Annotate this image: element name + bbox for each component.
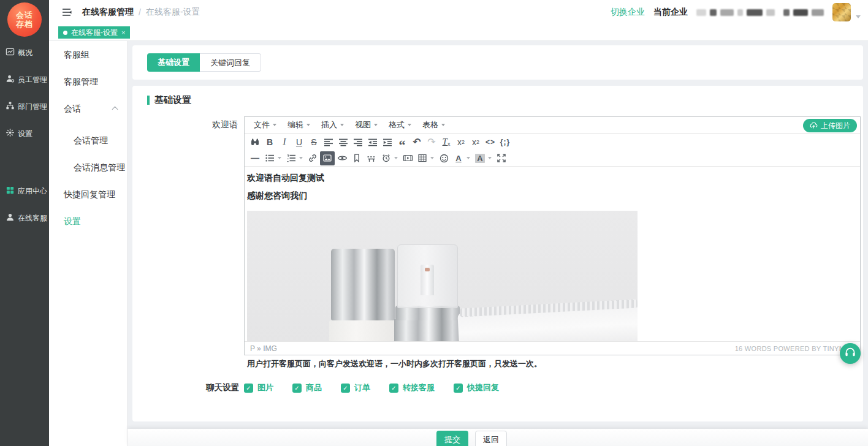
superscript-2: 2 (476, 139, 479, 145)
logo-line1: 会话 (16, 10, 33, 20)
caret-down-icon[interactable] (430, 157, 434, 159)
tab-keyword-reply[interactable]: 关键词回复 (200, 53, 261, 72)
checkbox-product[interactable]: ✓ 商品 (292, 382, 322, 393)
page-break-icon[interactable] (364, 151, 379, 165)
submenu-item-quick-reply-management[interactable]: 快捷回复管理 (49, 181, 127, 208)
sidebar-item-online-service[interactable]: 在线客服 (0, 205, 49, 232)
checkbox-quick-reply[interactable]: ✓ 快捷回复 (454, 382, 499, 393)
checkbox-checked-icon[interactable]: ✓ (389, 384, 398, 393)
cosmetics-product-image[interactable] (247, 211, 638, 342)
menu-label: 视图 (355, 119, 371, 130)
insert-media-icon[interactable] (400, 151, 415, 165)
element-path[interactable]: P » IMG (250, 344, 277, 353)
superscript-icon[interactable]: x2 (468, 135, 483, 149)
menu-format[interactable]: 格式 (383, 117, 417, 133)
anchor-bookmark-icon[interactable] (349, 151, 364, 165)
editor-content[interactable]: 欢迎语自动回复测试 感谢您咨询我们 (245, 167, 860, 342)
sidebar-item-app-center[interactable]: 应用中心 (0, 178, 49, 205)
preview-icon[interactable] (335, 151, 349, 165)
checkbox-order[interactable]: ✓ 订单 (341, 382, 370, 393)
sidebar-item-label: 概况 (18, 48, 32, 58)
submenu-item-settings[interactable]: 设置 (49, 208, 127, 235)
cloud-upload-icon (810, 121, 818, 130)
insert-image-icon[interactable] (320, 151, 335, 165)
italic-icon[interactable]: I (277, 135, 292, 149)
strikethrough-icon[interactable]: S (306, 135, 321, 149)
caret-down-icon[interactable] (466, 157, 470, 159)
menu-view[interactable]: 视图 (349, 117, 383, 133)
code-sample-icon[interactable]: {;} (498, 135, 512, 149)
submenu-label: 会话消息管理 (74, 162, 125, 172)
checkbox-checked-icon[interactable]: ✓ (454, 384, 463, 393)
tab-basic-settings[interactable]: 基础设置 (147, 53, 200, 72)
bold-icon[interactable]: B (262, 135, 277, 149)
bullet-list-icon[interactable] (262, 151, 277, 165)
welcome-text-line1[interactable]: 欢迎语自动回复测试 (247, 173, 858, 184)
caret-down-icon (340, 124, 344, 126)
menu-table[interactable]: 表格 (417, 117, 451, 133)
caret-down-icon[interactable] (394, 157, 398, 159)
background-color-icon[interactable]: A (473, 151, 487, 165)
sidebar-item-employees[interactable]: 员工管理 (0, 66, 49, 93)
caret-down-icon[interactable] (488, 157, 492, 159)
find-replace-icon[interactable] (248, 135, 262, 149)
checkbox-checked-icon[interactable]: ✓ (341, 384, 350, 393)
fullscreen-icon[interactable] (494, 151, 509, 165)
numbered-list-icon[interactable] (284, 151, 299, 165)
checkbox-checked-icon[interactable]: ✓ (292, 384, 302, 393)
indent-icon[interactable] (380, 135, 395, 149)
tag-close-icon[interactable]: × (121, 29, 125, 36)
submenu-item-service-groups[interactable]: 客服组 (49, 41, 127, 68)
sidebar-item-settings[interactable]: 设置 (0, 120, 49, 147)
horizontal-rule-icon[interactable]: — (248, 151, 262, 165)
caret-down-icon[interactable] (299, 157, 303, 159)
underline-icon[interactable]: U (292, 135, 306, 149)
collapse-sidebar-icon[interactable] (61, 7, 72, 17)
submenu-item-session-message-management[interactable]: 会话消息管理 (49, 154, 127, 181)
editor-statusbar: P » IMG 16 WORDS POWERED BY TINYMCE (245, 341, 860, 355)
align-right-icon[interactable] (351, 135, 365, 149)
upload-image-button[interactable]: 上传图片 (803, 119, 857, 132)
submenu-item-session-management[interactable]: 会话管理 (49, 127, 127, 154)
checkbox-image[interactable]: ✓ 图片 (244, 382, 273, 393)
floating-support-button[interactable] (840, 343, 861, 364)
section-title: 基础设置 (154, 94, 191, 106)
avatar[interactable] (832, 3, 851, 21)
emoticons-icon[interactable] (436, 151, 451, 165)
outdent-icon[interactable] (365, 135, 380, 149)
app-logo[interactable]: 会话 存档 (7, 2, 42, 37)
submenu-item-sessions[interactable]: 会话 (49, 95, 127, 122)
source-code-icon[interactable]: <> (483, 135, 498, 149)
blockquote-icon[interactable]: “ (395, 135, 409, 149)
switch-company-link[interactable]: 切换企业 (611, 7, 645, 18)
link-icon[interactable] (305, 151, 320, 165)
back-button[interactable]: 返回 (475, 431, 507, 446)
menu-edit[interactable]: 编辑 (282, 117, 316, 133)
clear-formatting-icon[interactable]: Tx (439, 135, 454, 149)
breadcrumb-root[interactable]: 在线客服管理 (82, 7, 134, 18)
text-color-icon[interactable]: A (451, 151, 466, 165)
caret-down-icon[interactable] (278, 157, 281, 159)
sidebar-item-overview[interactable]: 概况 (0, 39, 49, 66)
subscript-icon[interactable]: x2 (454, 135, 468, 149)
checkbox-checked-icon[interactable]: ✓ (244, 384, 253, 393)
insert-datetime-icon[interactable] (379, 151, 394, 165)
clear-formatting-glyph: T (443, 137, 447, 147)
checkbox-transfer-agent[interactable]: ✓ 转接客服 (389, 382, 435, 393)
chart-icon (6, 47, 15, 58)
menu-insert[interactable]: 插入 (316, 117, 349, 133)
submenu-item-service-management[interactable]: 客服管理 (49, 68, 127, 95)
employee-icon (6, 74, 15, 85)
align-left-icon[interactable] (321, 135, 336, 149)
insert-table-icon[interactable] (415, 151, 430, 165)
menu-file[interactable]: 文件 (248, 117, 282, 133)
breadcrumb: 在线客服管理 / 在线客服-设置 (82, 0, 200, 25)
align-center-icon[interactable] (336, 135, 351, 149)
redo-icon[interactable]: ↷ (424, 135, 439, 149)
tab-tag-online-service-settings[interactable]: 在线客服-设置 × (58, 26, 130, 39)
chevron-down-icon[interactable] (856, 15, 861, 18)
undo-icon[interactable]: ↶ (409, 135, 424, 149)
sidebar-item-departments[interactable]: 部门管理 (0, 93, 49, 120)
submit-button[interactable]: 提交 (436, 431, 468, 446)
welcome-text-line2[interactable]: 感谢您咨询我们 (247, 191, 858, 202)
